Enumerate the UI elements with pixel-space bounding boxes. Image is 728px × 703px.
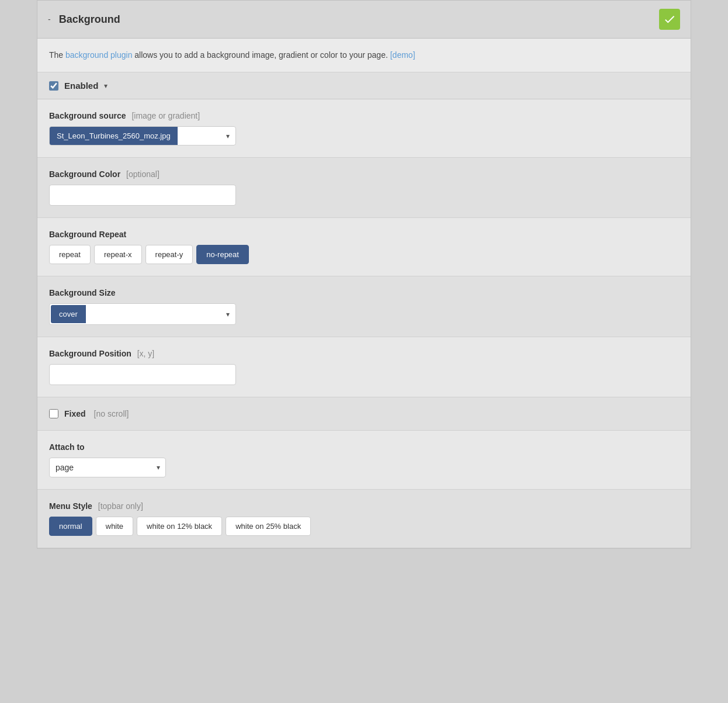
menu-style-btn-normal[interactable]: normal <box>49 517 92 536</box>
background-repeat-group: repeat repeat-x repeat-y no-repeat <box>49 245 679 264</box>
background-source-label: Background source [image or gradient] <box>49 111 679 120</box>
background-color-hint: [optional] <box>126 169 160 179</box>
repeat-btn-repeat-y[interactable]: repeat-y <box>145 245 193 264</box>
background-color-label: Background Color [optional] <box>49 169 679 179</box>
check-icon <box>663 13 676 26</box>
background-plugin-link[interactable]: background plugin <box>65 50 132 60</box>
repeat-btn-repeat-x[interactable]: repeat-x <box>94 245 142 264</box>
background-source-section: Background source [image or gradient] St… <box>37 99 691 158</box>
menu-style-label: Menu Style [topbar only] <box>49 501 679 511</box>
menu-style-section: Menu Style [topbar only] normal white wh… <box>37 490 691 548</box>
description-middle: allows you to add a background image, gr… <box>134 50 390 60</box>
menu-style-hint: [topbar only] <box>98 501 143 511</box>
repeat-btn-no-repeat[interactable]: no-repeat <box>196 245 249 264</box>
demo-link[interactable]: [demo] <box>390 50 415 60</box>
attach-to-select[interactable]: page body wrapper <box>49 458 166 477</box>
background-position-input[interactable]: 50% 0% <box>49 364 236 385</box>
background-source-hint: [image or gradient] <box>131 111 200 120</box>
background-position-hint: [x, y] <box>137 349 155 358</box>
background-size-section: Background Size cover ▾ cover contain au… <box>37 276 691 337</box>
panel-header: - Background <box>37 1 691 39</box>
enabled-dropdown-arrow[interactable]: ▾ <box>104 82 108 90</box>
menu-style-btn-white-25[interactable]: white on 25% black <box>226 517 311 536</box>
background-panel: - Background The background plugin allow… <box>37 0 691 549</box>
background-position-section: Background Position [x, y] 50% 0% <box>37 337 691 397</box>
background-source-wrapper: St_Leon_Turbines_2560_moz.jpg ▾ St_Leon_… <box>49 126 236 146</box>
background-color-section: Background Color [optional] #FFC000 <box>37 158 691 218</box>
background-color-input[interactable]: #FFC000 <box>49 185 236 206</box>
fixed-checkbox[interactable] <box>49 409 58 418</box>
background-size-label: Background Size <box>49 288 679 297</box>
enabled-label: Enabled <box>64 81 98 91</box>
background-size-wrapper: cover ▾ cover contain auto <box>49 303 236 325</box>
fixed-label: Fixed <box>64 409 86 418</box>
menu-style-group: normal white white on 12% black white on… <box>49 517 679 536</box>
menu-style-btn-white[interactable]: white <box>96 517 133 536</box>
attach-to-section: Attach to page body wrapper ▾ <box>37 431 691 490</box>
fixed-row: Fixed [no scroll] <box>49 409 679 418</box>
repeat-btn-repeat[interactable]: repeat <box>49 245 91 264</box>
save-button[interactable] <box>659 9 680 30</box>
description-prefix: The <box>49 50 65 60</box>
enabled-checkbox[interactable] <box>49 81 58 91</box>
description-row: The background plugin allows you to add … <box>37 39 691 72</box>
header-dash: - <box>48 15 51 24</box>
page-title: Background <box>59 13 120 26</box>
background-position-label: Background Position [x, y] <box>49 349 679 358</box>
background-repeat-label: Background Repeat <box>49 230 679 239</box>
fixed-section: Fixed [no scroll] <box>37 397 691 431</box>
background-repeat-section: Background Repeat repeat repeat-x repeat… <box>37 218 691 276</box>
enabled-row: Enabled ▾ <box>37 72 691 99</box>
fixed-hint: [no scroll] <box>94 409 129 418</box>
attach-to-wrapper: page body wrapper ▾ <box>49 458 166 477</box>
attach-to-label: Attach to <box>49 442 679 452</box>
menu-style-btn-white-12[interactable]: white on 12% black <box>137 517 222 536</box>
